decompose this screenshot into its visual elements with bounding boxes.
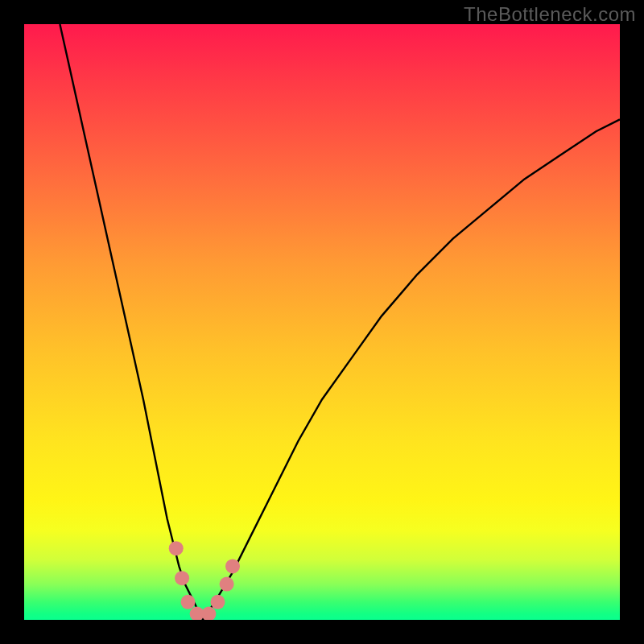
curve-layer: [24, 24, 620, 620]
chart-frame: TheBottleneck.com: [0, 0, 644, 644]
data-marker: [201, 607, 216, 620]
curve-left-branch: [60, 24, 203, 620]
marker-group: [169, 541, 240, 620]
watermark-text: TheBottleneck.com: [464, 3, 636, 26]
data-marker: [169, 541, 184, 555]
curve-right-branch: [203, 119, 620, 620]
data-marker: [175, 571, 189, 585]
chart-plot-area: [24, 24, 620, 620]
data-marker: [220, 577, 234, 592]
data-marker: [225, 559, 240, 573]
data-marker: [181, 595, 196, 609]
data-marker: [211, 595, 225, 609]
